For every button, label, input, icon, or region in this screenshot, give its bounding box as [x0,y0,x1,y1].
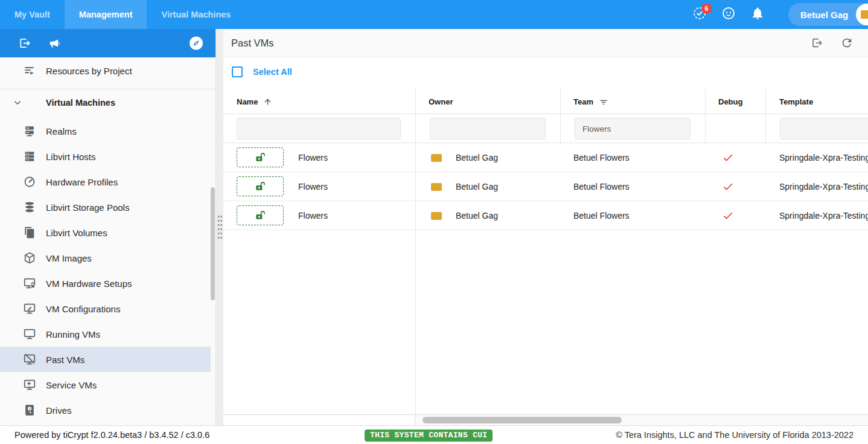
column-header-owner[interactable]: Owner [429,89,453,114]
vm-lock-chip[interactable] [237,205,284,225]
pending-approvals-button[interactable]: 6 [692,7,707,22]
sidebar-item-label: Service VMs [46,380,97,390]
compass-icon [189,35,203,51]
tab-virtual-machines[interactable]: Virtual Machines [147,0,245,29]
resize-handle-dots[interactable] [217,214,223,240]
vm-owner: Betuel Gag [456,172,498,201]
tab-my-vault[interactable]: My Vault [0,0,65,29]
sidebar-item-drives[interactable]: Drives [0,397,211,423]
export-icon [810,36,823,50]
user-menu[interactable]: Betuel Gag [788,3,868,26]
sidebar-item-past-vms[interactable]: Past VMs [0,347,211,372]
vm-team: Betuel Flowers [573,201,630,230]
sidebar-item-label: Libvirt Storage Pools [46,202,129,213]
header-actions [810,36,868,50]
column-header-team[interactable]: Team [573,89,608,114]
page-title: Past VMs [223,37,274,49]
sidebar-section-virtual-machines[interactable]: Virtual Machines [0,89,215,116]
vm-lock-chip[interactable] [237,147,284,167]
owner-color-badge [431,183,442,191]
top-nav-actions: 6 Betuel Gag [692,0,868,29]
column-divider [415,89,416,414]
select-all-control[interactable]: Select All [232,66,292,77]
sidebar-item-realms[interactable]: Realms [0,118,211,144]
explore-button[interactable] [189,36,203,51]
sidebar-item-libvirt-volumes[interactable]: Libvirt Volumes [0,220,211,245]
avatar [856,4,868,25]
sidebar-item-label: VM Hardware Setups [46,278,132,289]
sidebar: Resources by Project Virtual Machines Re… [0,29,215,425]
sidebar-item-vm-configurations[interactable]: VM Configurations [0,296,211,321]
server-stack-icon [23,150,36,163]
name-filter-input[interactable] [237,118,401,140]
sidebar-item-libvirt-hosts[interactable]: Libvirt Hosts [0,144,211,169]
debug-check-icon [722,210,734,222]
vm-template: Springdale-Xpra-Testing [779,172,868,201]
table-row[interactable]: Flowers Betuel Gag Betuel Flowers Spring… [223,143,868,172]
sidebar-item-hardware-profiles[interactable]: Hardware Profiles [0,169,211,195]
team-filter-input[interactable] [575,118,691,140]
column-label: Debug [718,97,742,106]
app-window: My Vault Management Virtual Machines 6 [0,0,868,444]
user-name: Betuel Gag [800,10,848,20]
select-all-label: Select All [253,67,292,77]
logout-button[interactable] [17,36,31,51]
vm-name: Flowers [298,143,328,172]
column-header-debug[interactable]: Debug [718,89,742,114]
megaphone-icon [48,36,62,50]
chevron-down-icon [12,97,23,108]
table-container: Select All Name Owner Team [223,57,868,425]
column-header-template[interactable]: Template [779,89,813,114]
select-all-checkbox[interactable] [232,66,243,77]
sidebar-item-vm-hardware-setups[interactable]: VM Hardware Setups [0,271,211,296]
sidebar-item-label: Libvirt Hosts [46,152,96,162]
support-face-icon [721,6,736,23]
sidebar-item-libvirt-storage-pools[interactable]: Libvirt Storage Pools [0,195,211,220]
template-filter-input[interactable] [780,118,868,140]
export-button[interactable] [810,36,823,50]
monitor-icon [23,327,36,341]
owner-color-badge [431,212,442,220]
footer: Powered by tiCrypt f2.0.24.beta3 / b3.4.… [0,425,868,444]
owner-filter-input[interactable] [430,118,546,140]
column-label: Template [779,97,813,106]
main-panel: Past VMs Select All Name [223,29,868,425]
owner-color-badge [431,154,442,162]
announcements-button[interactable] [47,36,62,51]
sidebar-item-label: Realms [46,126,77,137]
column-divider [765,89,766,143]
tab-management[interactable]: Management [65,0,147,29]
avatar-color-chip [861,10,868,19]
main-tabs: My Vault Management Virtual Machines [0,0,245,29]
main-header: Past VMs [223,29,868,57]
notifications-button[interactable] [750,7,765,22]
logout-icon [18,36,31,50]
vm-owner: Betuel Gag [456,143,498,172]
sidebar-item-label: Libvirt Volumes [46,228,107,238]
sidebar-item-resources-by-project[interactable]: Resources by Project [0,57,215,84]
table-filter-row [223,114,868,143]
lock-open-icon [255,152,266,162]
sidebar-item-label: Running VMs [46,329,100,339]
sidebar-item-vm-images[interactable]: VM Images [0,245,211,271]
vm-team: Betuel Flowers [573,172,630,201]
monitor-edit-icon [23,302,36,315]
vm-lock-chip[interactable] [237,176,284,196]
sidebar-item-running-vms[interactable]: Running VMs [0,321,211,347]
realms-icon [23,124,36,138]
sidebar-scrollbar[interactable] [211,187,215,300]
table-row[interactable]: Flowers Betuel Gag Betuel Flowers Spring… [223,201,868,230]
top-nav: My Vault Management Virtual Machines 6 [0,0,868,29]
column-divider [705,89,706,143]
horizontal-scrollbar-thumb[interactable] [423,417,622,423]
refresh-button[interactable] [840,36,854,50]
table-row[interactable]: Flowers Betuel Gag Betuel Flowers Spring… [223,172,868,201]
column-header-name[interactable]: Name [237,89,272,114]
monitor-plus-icon [23,378,36,391]
sidebar-list: Realms Libvirt Hosts Hardware Profiles L… [0,116,215,423]
vm-table: Name Owner Team Debug Template [223,89,868,230]
sidebar-item-service-vms[interactable]: Service VMs [0,372,211,397]
support-button[interactable] [721,7,736,22]
sidebar-item-label: Hardware Profiles [46,177,118,187]
powered-by-text: Powered by tiCrypt f2.0.24.beta3 / b3.4.… [14,430,209,440]
